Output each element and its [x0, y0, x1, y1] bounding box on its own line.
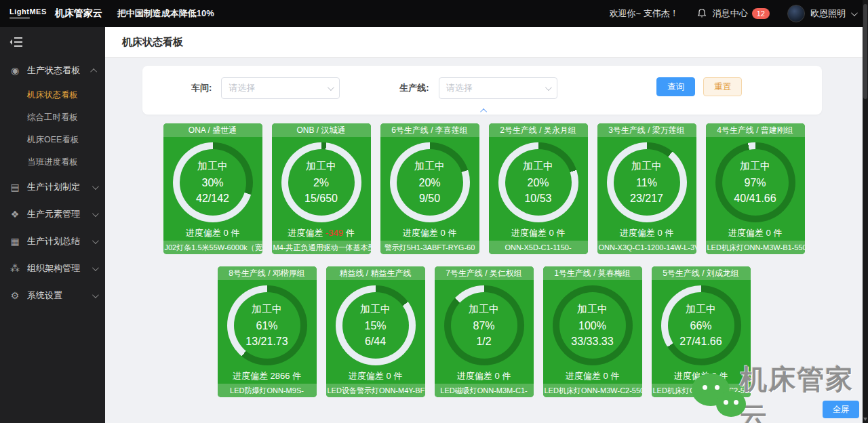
- deviation-line: 进度偏差 0 件: [326, 370, 425, 382]
- card-line-title: 8号生产线 / 邓楷厚组: [218, 266, 317, 280]
- ring-center: 加工中 61% 13/21.73: [234, 292, 300, 359]
- sidebar-item-label: 生产计划制定: [27, 181, 80, 193]
- gear-icon: ⚙: [9, 290, 20, 301]
- ratio-text: 9/50: [419, 193, 440, 205]
- company-name[interactable]: 欧恩照明: [810, 7, 846, 20]
- sidebar-item-production-summary[interactable]: ▦ 生产计划总结: [0, 228, 105, 255]
- deviation-prefix: 进度偏差: [403, 228, 441, 238]
- ratio-text: 42/142: [196, 193, 229, 205]
- card-line-title: 2号生产线 / 吴永月组: [489, 123, 588, 137]
- message-count-badge: 12: [752, 8, 770, 19]
- workshop-select[interactable]: 请选择: [221, 77, 340, 99]
- device-name: ONN-X5D-C1-1150-: [489, 241, 588, 254]
- status-text: 加工中: [740, 160, 770, 173]
- progress-ring: 加工中 87% 1/2: [444, 285, 524, 365]
- machine-card: 7号生产线 / 吴仁权组 加工中 87% 1/2 进度偏差 0 件 LED磁吸灯…: [435, 266, 534, 397]
- collapse-filter-icon[interactable]: [480, 108, 487, 115]
- progress-ring: 加工中 20% 9/50: [390, 142, 470, 222]
- slogan-text: 把中国制造成本降低10%: [117, 7, 214, 20]
- chevron-down-icon: [328, 84, 334, 91]
- app-logo: LightMES: [9, 8, 47, 19]
- sidebar-item-production-elements[interactable]: ❖ 生产元素管理: [0, 201, 105, 228]
- deviation-unit: 件: [290, 371, 301, 381]
- message-center-link[interactable]: 消息中心: [713, 7, 748, 20]
- avatar[interactable]: [787, 5, 805, 22]
- ring-center: 加工中 11% 23/217: [614, 149, 680, 216]
- deviation-prefix: 进度偏差: [620, 228, 658, 238]
- deviation-value: -349: [326, 228, 343, 238]
- percent-text: 15%: [364, 320, 386, 332]
- ring-center: 加工中 2% 15/650: [288, 149, 355, 216]
- select-placeholder: 请选择: [446, 82, 473, 94]
- percent-text: 87%: [473, 320, 494, 332]
- deviation-value: 0: [223, 228, 228, 238]
- sidebar: ◉ 生产状态看板 机床状态看板 综合工时看板 机床OEE看板 当班进度看板 ▤ …: [0, 27, 105, 423]
- percent-text: 20%: [418, 177, 440, 189]
- status-text: 加工中: [577, 303, 608, 316]
- card-line-title: ONB / 汉城通: [272, 123, 371, 137]
- sidebar-item-label: 系统设置: [27, 289, 62, 302]
- ratio-text: 13/21.73: [245, 336, 288, 348]
- deviation-line: 进度偏差 0 件: [597, 227, 696, 239]
- filter-buttons: 查询 重置: [656, 77, 742, 96]
- fullscreen-button[interactable]: 全屏: [823, 401, 859, 418]
- ratio-text: 23/217: [630, 193, 663, 205]
- card-line-title: 7号生产线 / 吴仁权组: [435, 266, 534, 280]
- sidebar-item-production-status-board[interactable]: ◉ 生产状态看板: [0, 57, 105, 84]
- reset-button[interactable]: 重置: [703, 77, 742, 96]
- machine-card: 精益线 / 精益生产线 加工中 15% 6/44 进度偏差 0 件 LED设备警…: [326, 266, 425, 397]
- deviation-unit: 件: [771, 228, 783, 238]
- sidebar-item-machine-status-board[interactable]: 机床状态看板: [0, 84, 105, 106]
- deviation-value: 0: [603, 371, 608, 381]
- device-name: M4-共正负通用驱动一体基本型灯: [272, 241, 371, 254]
- sidebar-item-org-structure[interactable]: ⁂ 组织架构管理: [0, 255, 105, 282]
- status-text: 加工中: [197, 160, 228, 173]
- deviation-unit: 件: [500, 371, 511, 381]
- device-name: ONN-X3Q-C1-1200-14W-L-3V（强: [597, 241, 696, 254]
- deviation-prefix: 进度偏差: [349, 371, 387, 381]
- deviation-line: 进度偏差 0 件: [652, 370, 751, 382]
- ring-center: 加工中 30% 42/142: [180, 149, 246, 216]
- device-name: LED机床灯ONN-M3W-C2-550-: [543, 384, 642, 397]
- device-name: LED机床灯ONN-M3W-B1-550-: [706, 241, 805, 254]
- deviation-value: 0: [657, 228, 662, 238]
- deviation-line: 进度偏差 2866 件: [218, 370, 317, 382]
- status-text: 加工中: [469, 303, 499, 316]
- scrollbar[interactable]: [863, 0, 868, 423]
- deviation-prefix: 进度偏差: [511, 228, 549, 238]
- scrollbar-thumb[interactable]: [863, 4, 867, 99]
- sidebar-item-production-planning[interactable]: ▤ 生产计划制定: [0, 174, 105, 201]
- device-name: LED磁吸灯ONN-M3M-C1-: [435, 384, 534, 397]
- search-button[interactable]: 查询: [656, 77, 695, 96]
- device-name: LED防爆灯ONN-M9S-: [218, 384, 317, 397]
- deviation-value: 0: [440, 228, 445, 238]
- sidebar-item-label: 生产状态看板: [27, 64, 80, 77]
- sidebar-item-system-settings[interactable]: ⚙ 系统设置: [0, 282, 105, 309]
- chevron-down-icon[interactable]: [851, 9, 858, 16]
- progress-ring: 加工中 2% 15/650: [281, 142, 361, 222]
- percent-text: 30%: [201, 177, 223, 189]
- deviation-prefix: 进度偏差: [233, 371, 271, 381]
- percent-text: 97%: [744, 177, 766, 189]
- machine-card: 4号生产线 / 曹建刚组 加工中 97% 40/41.66 进度偏差 0 件 L…: [706, 123, 805, 254]
- ring-center: 加工中 100% 33/33.33: [559, 292, 626, 359]
- line-select[interactable]: 请选择: [439, 77, 557, 99]
- collapse-sidebar-icon[interactable]: [9, 37, 23, 47]
- report-icon: ▦: [9, 236, 20, 247]
- percent-text: 20%: [527, 177, 549, 189]
- progress-ring: 加工中 97% 40/41.66: [715, 142, 795, 222]
- sidebar-item-shift-progress-board[interactable]: 当班进度看板: [0, 151, 105, 174]
- sidebar-item-work-hours-board[interactable]: 综合工时看板: [0, 106, 105, 129]
- sidebar-item-label: 生产计划总结: [27, 235, 80, 247]
- top-bar: LightMES 机床管家云 把中国制造成本降低10% 欢迎你~ 支伟杰！ 消息…: [0, 0, 868, 27]
- deviation-line: 进度偏差 0 件: [543, 370, 642, 382]
- ring-center: 加工中 15% 6/44: [342, 292, 409, 359]
- bell-icon[interactable]: [696, 8, 707, 19]
- deviation-unit: 件: [554, 228, 566, 238]
- scrollbar-down-arrow[interactable]: [863, 418, 867, 421]
- deviation-prefix: 进度偏差: [566, 371, 604, 381]
- cards-row-1: ONA / 盛世通 加工中 30% 42/142 进度偏差 0 件 J02灯条1…: [105, 123, 863, 254]
- sidebar-item-oee-board[interactable]: 机床OEE看板: [0, 129, 105, 151]
- welcome-text: 欢迎你~ 支伟杰！: [610, 7, 679, 20]
- workshop-label: 车间:: [191, 77, 212, 99]
